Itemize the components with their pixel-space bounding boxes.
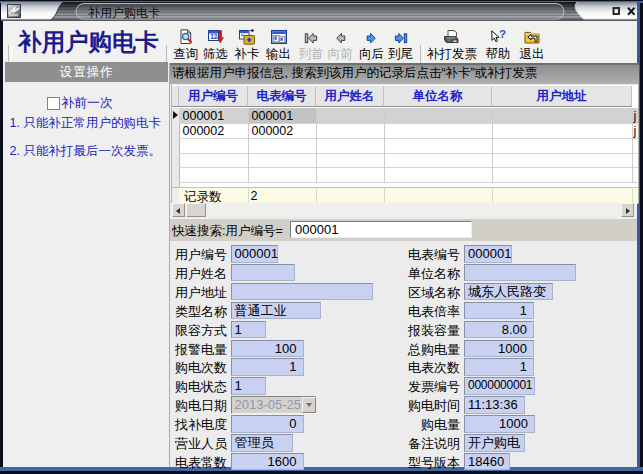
svg-text:12: 12 — [210, 33, 218, 40]
svg-text:?: ? — [499, 29, 506, 40]
svg-text:补用户购电卡: 补用户购电卡 — [87, 6, 160, 20]
